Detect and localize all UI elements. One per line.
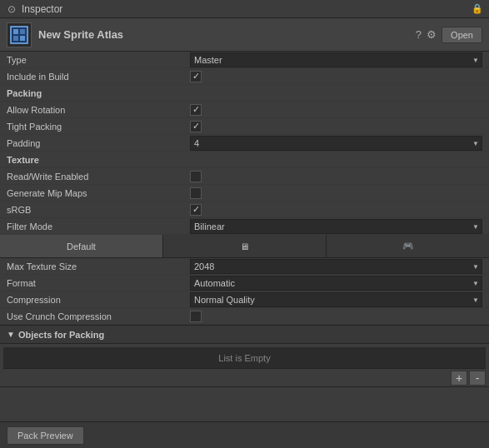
- svg-rect-2: [20, 29, 25, 34]
- max-texture-size-row: Max Texture Size 32 64 128 256 512 1024 …: [0, 258, 489, 275]
- max-texture-size-dropdown[interactable]: 32 64 128 256 512 1024 2048 4096: [190, 259, 482, 274]
- settings-icon[interactable]: ⚙: [427, 28, 437, 41]
- platform-tab-bar: Default 🖥 🎮: [0, 235, 489, 258]
- objects-for-packing-label: Objects for Packing: [18, 330, 104, 340]
- type-label: Type: [7, 55, 190, 65]
- compression-row: Compression None Low Quality Normal Qual…: [0, 291, 489, 308]
- padding-dropdown[interactable]: 2 4 8: [190, 136, 482, 151]
- read-write-checkbox[interactable]: [190, 171, 202, 182]
- read-write-row: Read/Write Enabled: [0, 168, 489, 185]
- inspector-icon: ⊙: [5, 2, 18, 16]
- max-texture-size-label: Max Texture Size: [7, 261, 190, 271]
- title-bar-controls: 🔒: [471, 2, 484, 16]
- asset-header: New Sprite Atlas ? ⚙ Open: [0, 18, 489, 52]
- compression-dropdown-wrapper[interactable]: None Low Quality Normal Quality High Qua…: [190, 292, 482, 307]
- tab-default[interactable]: Default: [0, 235, 163, 257]
- include-in-build-label: Include in Build: [7, 72, 190, 82]
- open-button[interactable]: Open: [442, 27, 482, 43]
- generate-mip-maps-row: Generate Mip Maps: [0, 185, 489, 202]
- asset-header-controls: ? ⚙ Open: [416, 27, 482, 43]
- padding-label: Padding: [7, 138, 190, 148]
- pack-preview-button[interactable]: Pack Preview: [7, 426, 84, 445]
- bottom-bar: Pack Preview: [0, 421, 489, 448]
- svg-rect-1: [13, 29, 18, 34]
- tab-monitor[interactable]: 🖥: [163, 235, 327, 257]
- tight-packing-row: Tight Packing: [0, 118, 489, 135]
- svg-rect-3: [13, 36, 18, 41]
- format-label: Format: [7, 278, 190, 288]
- filter-mode-label: Filter Mode: [7, 222, 190, 231]
- generate-mip-maps-label: Generate Mip Maps: [7, 188, 190, 198]
- title-bar: ⊙ Inspector 🔒: [0, 0, 489, 18]
- compression-dropdown[interactable]: None Low Quality Normal Quality High Qua…: [190, 292, 482, 307]
- filter-mode-dropdown[interactable]: Point (no filter) Bilinear Trilinear: [190, 219, 482, 234]
- padding-row: Padding 2 4 8: [0, 135, 489, 152]
- srgb-checkbox[interactable]: [190, 204, 202, 216]
- filter-mode-dropdown-wrapper[interactable]: Point (no filter) Bilinear Trilinear: [190, 219, 482, 234]
- padding-dropdown-wrapper[interactable]: 2 4 8: [190, 136, 482, 151]
- allow-rotation-checkbox[interactable]: [190, 104, 202, 116]
- svg-rect-4: [20, 36, 25, 41]
- main-content: Type Master Variant Include in Build Pac…: [0, 52, 489, 421]
- use-crunch-label: Use Crunch Compression: [7, 311, 190, 321]
- srgb-row: sRGB: [0, 202, 489, 218]
- add-button[interactable]: +: [451, 371, 467, 386]
- switch-icon: 🎮: [402, 241, 414, 251]
- objects-for-packing-section: ▼ Objects for Packing List is Empty + -: [0, 325, 489, 387]
- format-dropdown[interactable]: Automatic RGBA 32 bit RGB 24 bit: [190, 276, 482, 291]
- tight-packing-checkbox[interactable]: [190, 121, 202, 132]
- help-icon[interactable]: ?: [416, 28, 422, 41]
- add-remove-bar: + -: [0, 369, 489, 387]
- include-in-build-checkbox[interactable]: [190, 71, 202, 82]
- srgb-label: sRGB: [7, 205, 190, 215]
- use-crunch-row: Use Crunch Compression: [0, 308, 489, 325]
- asset-name: New Sprite Atlas: [38, 28, 409, 41]
- format-dropdown-wrapper[interactable]: Automatic RGBA 32 bit RGB 24 bit: [190, 276, 482, 291]
- expand-arrow-icon: ▼: [7, 330, 15, 339]
- read-write-label: Read/Write Enabled: [7, 172, 190, 182]
- remove-button[interactable]: -: [469, 371, 486, 386]
- texture-section-header: Texture: [0, 152, 489, 168]
- include-in-build-row: Include in Build: [0, 68, 489, 85]
- title-bar-text: Inspector: [22, 3, 62, 15]
- max-texture-size-dropdown-wrapper[interactable]: 32 64 128 256 512 1024 2048 4096: [190, 259, 482, 274]
- objects-for-packing-header[interactable]: ▼ Objects for Packing: [0, 326, 489, 344]
- filter-mode-row: Filter Mode Point (no filter) Bilinear T…: [0, 218, 489, 235]
- type-row: Type Master Variant: [0, 52, 489, 68]
- allow-rotation-row: Allow Rotation: [0, 102, 489, 118]
- use-crunch-checkbox[interactable]: [190, 311, 202, 322]
- compression-label: Compression: [7, 295, 190, 305]
- asset-icon: [7, 22, 32, 47]
- type-dropdown-wrapper[interactable]: Master Variant: [190, 52, 482, 67]
- tab-switch[interactable]: 🎮: [327, 235, 489, 257]
- monitor-icon: 🖥: [240, 241, 249, 251]
- tight-packing-label: Tight Packing: [7, 122, 190, 132]
- lock-icon[interactable]: 🔒: [471, 2, 484, 16]
- generate-mip-maps-checkbox[interactable]: [190, 187, 202, 199]
- format-row: Format Automatic RGBA 32 bit RGB 24 bit: [0, 275, 489, 291]
- packing-section-header: Packing: [0, 85, 489, 102]
- list-empty-label: List is Empty: [3, 347, 486, 369]
- allow-rotation-label: Allow Rotation: [7, 105, 190, 115]
- type-dropdown[interactable]: Master Variant: [190, 52, 482, 67]
